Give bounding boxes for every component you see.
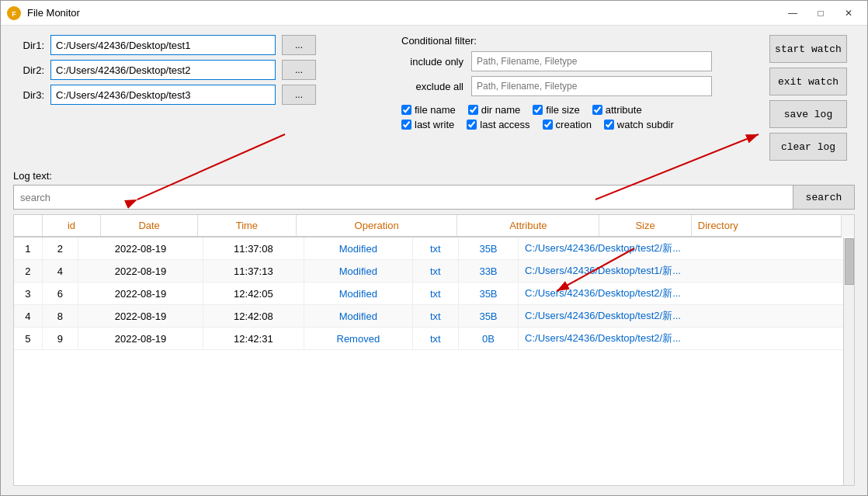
table-row[interactable]: 362022-08-1912:42:05Modifiedtxt35BC:/Use… [14,283,843,305]
dir1-label: Dir1: [13,40,44,51]
dir-name-checkbox[interactable] [468,105,478,115]
col-operation[interactable]: Operation [296,215,457,237]
start-watch-button[interactable]: start watch [769,35,847,63]
dir3-row: Dir3: ... [13,85,386,105]
cell-time: 12:42:08 [203,305,304,328]
table-row[interactable]: 482022-08-1912:42:08Modifiedtxt35BC:/Use… [14,305,843,328]
dir2-input[interactable] [50,60,276,80]
table-row[interactable]: 242022-08-1911:37:13Modifiedtxt33BC:/Use… [14,260,843,283]
search-input[interactable] [13,185,793,210]
search-button[interactable]: search [793,185,855,210]
dir2-browse-button[interactable]: ... [282,60,316,80]
minimize-button[interactable]: — [780,5,805,22]
cell-id: 2 [42,238,78,260]
dirs-section: Dir1: ... Dir2: ... Dir3: ... [13,35,386,161]
table-body-scroll[interactable]: 122022-08-1911:37:08Modifiedtxt35BC:/Use… [14,238,843,485]
cell-size: 35B [458,305,518,328]
log-table: id Date Time Operation Attribute Size Di… [14,215,854,238]
cell-operation: Modified [304,305,412,328]
col-num[interactable] [14,215,42,237]
cell-size: 35B [458,238,518,260]
file-size-checkbox[interactable] [533,105,543,115]
include-label: include only [401,56,464,68]
table-header: id Date Time Operation Attribute Size Di… [14,215,854,237]
cell-operation: Removed [304,328,412,350]
col-time[interactable]: Time [197,215,296,237]
search-row: search [13,185,855,210]
creation-checkbox[interactable] [543,120,553,130]
last-write-checkbox-label[interactable]: last write [401,119,454,130]
exclude-label: exclude all [401,81,464,92]
scrollbar-thumb[interactable] [845,238,854,285]
col-scroll-spacer [842,215,855,237]
dir3-browse-button[interactable]: ... [282,85,316,105]
dir3-input[interactable] [50,85,276,105]
include-input[interactable] [471,51,712,71]
save-log-button[interactable]: save log [769,100,847,128]
top-section: Dir1: ... Dir2: ... Dir3: ... C [13,35,855,161]
file-size-checkbox-label[interactable]: file size [533,104,579,116]
attribute-label: attribute [606,104,642,116]
dir1-browse-button[interactable]: ... [282,35,316,55]
cell-size: 35B [458,283,518,305]
file-name-checkbox[interactable] [401,105,411,115]
cell-attribute: txt [412,260,458,283]
cell-id: 9 [42,328,78,350]
table-row[interactable]: 122022-08-1911:37:08Modifiedtxt35BC:/Use… [14,238,843,260]
last-write-checkbox[interactable] [401,120,411,130]
close-button[interactable]: ✕ [836,5,861,22]
exit-watch-button[interactable]: exit watch [769,68,847,95]
right-buttons: start watch exit watch save log clear lo… [769,35,855,161]
cell-num: 1 [14,238,42,260]
col-id[interactable]: id [42,215,101,237]
cell-directory: C:/Users/42436/Desktop/test2/新... [519,238,843,260]
col-attribute[interactable]: Attribute [457,215,599,237]
cell-date: 2022-08-19 [78,328,203,350]
attribute-checkbox-label[interactable]: attribute [592,104,642,116]
exclude-row: exclude all [401,76,762,96]
log-label: Log text: [13,170,855,182]
dir1-row: Dir1: ... [13,35,386,55]
last-write-label: last write [415,119,454,130]
cell-operation: Modified [304,283,412,305]
watch-subdir-checkbox[interactable] [604,120,614,130]
cell-num: 3 [14,283,42,305]
cell-date: 2022-08-19 [78,238,203,260]
cell-time: 11:37:08 [203,238,304,260]
cell-num: 5 [14,328,42,350]
dir-name-checkbox-label[interactable]: dir name [468,104,521,116]
checkbox-row1: file name dir name file size attrib [401,104,762,116]
exclude-input[interactable] [471,76,712,96]
dir3-label: Dir3: [13,89,44,101]
creation-checkbox-label[interactable]: creation [543,119,592,130]
col-date[interactable]: Date [101,215,197,237]
title-bar: F File Monitor — □ ✕ [1,1,867,26]
last-access-checkbox-label[interactable]: last access [467,119,529,130]
dir2-label: Dir2: [13,64,44,76]
attribute-checkbox[interactable] [592,105,602,115]
file-name-checkbox-label[interactable]: file name [401,104,456,116]
cell-id: 8 [42,305,78,328]
app-icon: F [7,6,21,20]
filter-section: Conditional filter: include only exclude… [401,35,762,96]
scrollbar-track[interactable] [843,238,854,485]
col-size[interactable]: Size [599,215,691,237]
cell-directory: C:/Users/42436/Desktop/test1/新... [519,260,843,283]
col-directory[interactable]: Directory [691,215,841,237]
cell-attribute: txt [412,305,458,328]
file-name-label: file name [415,104,456,116]
table-row[interactable]: 592022-08-1912:42:31Removedtxt0BC:/Users… [14,328,843,350]
watch-subdir-checkbox-label[interactable]: watch subdir [604,119,674,130]
log-section: Log text: search id Date Time [13,167,855,486]
maximize-button[interactable]: □ [808,5,833,22]
creation-label: creation [556,119,592,130]
clear-log-button[interactable]: clear log [769,133,847,161]
cell-time: 12:42:31 [203,328,304,350]
title-controls: — □ ✕ [780,5,861,22]
dir1-input[interactable] [50,35,276,55]
file-size-label: file size [546,104,579,116]
cell-attribute: txt [412,238,458,260]
cell-date: 2022-08-19 [78,283,203,305]
dir2-row: Dir2: ... [13,60,386,80]
last-access-checkbox[interactable] [467,120,477,130]
